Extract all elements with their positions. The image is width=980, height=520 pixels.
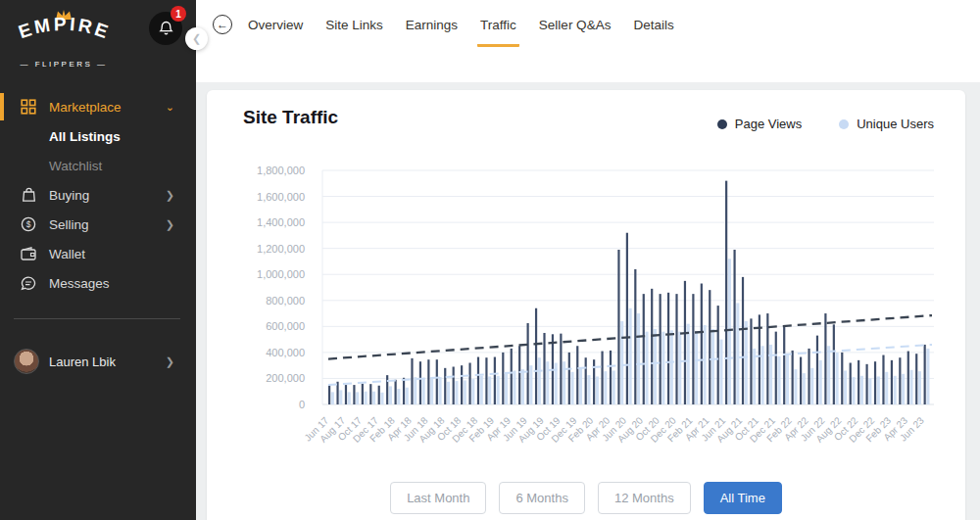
svg-text:1,800,000: 1,800,000	[257, 165, 305, 176]
six-months-button[interactable]: 6 Months	[499, 482, 584, 514]
page-views-dot	[717, 119, 727, 129]
traffic-bar-chart: 0200,000400,000600,000800,0001,000,0001,…	[207, 159, 965, 482]
sidebar-item-messages[interactable]: Messages	[0, 268, 196, 298]
sidebar-item-wallet[interactable]: Wallet	[0, 239, 196, 268]
user-profile-button[interactable]: Lauren Lbik ❯	[0, 345, 196, 378]
tab-site-links[interactable]: Site Links	[322, 16, 386, 47]
svg-text:1,200,000: 1,200,000	[257, 243, 305, 255]
wallet-icon	[20, 245, 37, 262]
sidebar-item-label: All Listings	[49, 129, 121, 144]
chevron-right-icon: ❯	[166, 218, 174, 231]
grid-icon	[20, 98, 37, 116]
svg-text:$: $	[26, 219, 31, 229]
all-time-button[interactable]: All Time	[704, 482, 782, 514]
tab-earnings[interactable]: Earnings	[403, 16, 461, 47]
chevron-left-icon: ❮	[192, 32, 201, 45]
tab-seller-qas[interactable]: Seller Q&As	[536, 16, 614, 47]
svg-text:1,400,000: 1,400,000	[257, 216, 305, 228]
tab-traffic[interactable]: Traffic	[477, 16, 519, 47]
chevron-right-icon: ❯	[166, 189, 174, 202]
sidebar-item-label: Wallet	[49, 247, 85, 261]
tab-label: Details	[633, 18, 673, 32]
sidebar-item-selling[interactable]: $ Selling ❯	[0, 210, 196, 239]
svg-text:200,000: 200,000	[266, 372, 305, 384]
notification-count-badge: 1	[171, 6, 186, 22]
svg-text:0: 0	[299, 399, 305, 410]
legend-label: Page Views	[735, 117, 802, 131]
user-name: Lauren Lbik	[49, 355, 116, 369]
tab-label: Site Links	[325, 18, 383, 32]
shopping-bag-icon	[20, 186, 37, 204]
sidebar-item-label: Watchlist	[49, 159, 102, 173]
legend-label: Unique Users	[857, 117, 934, 131]
chart-canvas: 0200,000400,000600,000800,0001,000,0001,…	[207, 159, 965, 482]
arrow-left-icon: ←	[217, 18, 228, 31]
site-traffic-card: Site Traffic Page Views Unique Users 020…	[207, 90, 965, 520]
chart-title: Site Traffic	[243, 107, 338, 128]
chart-legend: Page Views Unique Users	[717, 117, 934, 131]
logo-graphic: EMPIRE	[10, 8, 118, 59]
chat-bubble-icon	[20, 274, 37, 292]
sidebar-item-label: Marketplace	[49, 100, 122, 115]
sidebar-item-buying[interactable]: Buying ❯	[0, 180, 196, 210]
sidebar-collapse-button[interactable]: ❮	[185, 27, 208, 50]
tab-label: Overview	[248, 18, 303, 32]
twelve-months-button[interactable]: 12 Months	[598, 482, 691, 514]
tab-overview[interactable]: Overview	[245, 16, 306, 47]
svg-text:1,000,000: 1,000,000	[257, 268, 305, 280]
back-button[interactable]: ←	[213, 15, 232, 34]
avatar	[14, 349, 39, 374]
sidebar-item-marketplace[interactable]: Marketplace ⌄	[0, 92, 196, 121]
svg-text:800,000: 800,000	[266, 295, 305, 307]
tab-label: Seller Q&As	[539, 18, 612, 32]
chevron-down-icon: ⌄	[166, 101, 174, 114]
unique-users-dot	[839, 119, 849, 129]
svg-text:EMPIRE: EMPIRE	[16, 14, 114, 43]
svg-text:400,000: 400,000	[266, 347, 305, 358]
last-month-button[interactable]: Last Month	[390, 482, 486, 514]
tab-label: Earnings	[406, 18, 458, 32]
svg-text:600,000: 600,000	[266, 320, 305, 332]
svg-text:1,600,000: 1,600,000	[257, 191, 305, 203]
sidebar-divider	[14, 318, 180, 319]
legend-page-views[interactable]: Page Views	[717, 117, 802, 131]
empire-flippers-logo[interactable]: EMPIRE — FLIPPERS —	[10, 8, 118, 69]
app-root: EMPIRE — FLIPPERS — 1 Marketplace ⌄ All …	[0, 0, 980, 520]
dollar-circle-icon: $	[20, 215, 37, 233]
listing-tabs: Overview Site Links Earnings Traffic Sel…	[245, 16, 677, 47]
chevron-right-icon: ❯	[166, 355, 174, 368]
sidebar-item-label: Messages	[49, 276, 110, 291]
sidebar-item-all-listings[interactable]: All Listings	[0, 121, 196, 151]
sidebar-menu: Marketplace ⌄ All Listings Watchlist Buy…	[0, 92, 196, 298]
tab-label: Traffic	[480, 18, 516, 32]
logo-subtitle: — FLIPPERS —	[10, 60, 118, 69]
sidebar-item-label: Selling	[49, 217, 89, 232]
sidebar-item-watchlist[interactable]: Watchlist	[0, 151, 196, 180]
time-range-filters: Last Month 6 Months 12 Months All Time	[207, 482, 965, 514]
tab-details[interactable]: Details	[630, 16, 676, 47]
top-navigation-bar: ❮ ← Overview Site Links Earnings Traffic…	[196, 0, 980, 82]
bell-icon	[159, 21, 173, 36]
sidebar-item-label: Buying	[49, 188, 89, 203]
legend-unique-users[interactable]: Unique Users	[839, 117, 934, 131]
sidebar: EMPIRE — FLIPPERS — 1 Marketplace ⌄ All …	[0, 0, 196, 520]
